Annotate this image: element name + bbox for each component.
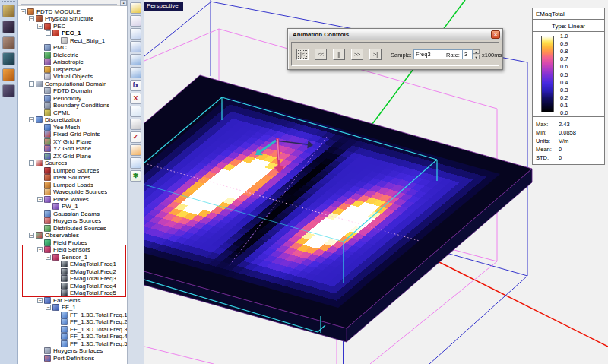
validate-check-icon[interactable]: ✓ bbox=[130, 131, 141, 143]
viewport-tab[interactable]: Perspective bbox=[144, 2, 183, 11]
tree-item-emagtotal-freq5[interactable]: EMagTotal.Freq5 bbox=[18, 290, 128, 297]
tree-item-huygens-sources[interactable]: Huygens Sources bbox=[18, 217, 128, 225]
fx-icon[interactable]: fx bbox=[130, 80, 141, 91]
tree-item-emagtotal-freq3[interactable]: EMagTotal.Freq3 bbox=[18, 275, 128, 283]
tree-item-yz-grid-plane[interactable]: YZ Grid Plane bbox=[18, 145, 128, 153]
tree-item-ff-1[interactable]: −FF_1 bbox=[18, 304, 128, 312]
expand-collapse-icon[interactable]: − bbox=[29, 117, 34, 122]
expand-collapse-icon[interactable]: − bbox=[37, 24, 43, 29]
tree-item-sources[interactable]: −Sources bbox=[18, 160, 128, 167]
tree-item-ff-1-3d-total-freq-1[interactable]: FF_1.3D.Total.Freq.1 bbox=[18, 311, 128, 318]
animation-controls-dialog[interactable]: Animation Controls × |<<<||>>>|Sample:Fr… bbox=[287, 28, 503, 70]
tree-item-dispersive[interactable]: Dispersive bbox=[18, 65, 128, 73]
expand-collapse-icon[interactable]: − bbox=[37, 298, 43, 303]
3d-viewport[interactable]: Perspective Animation Controls × |<<<||>… bbox=[144, 0, 608, 364]
tree-item-ff-1-3d-total-freq-4[interactable]: FF_1.3D.Total.Freq.4 bbox=[18, 333, 128, 340]
tree-item-boundary-conditions[interactable]: Boundary Conditions bbox=[18, 102, 128, 109]
expand-collapse-icon[interactable]: − bbox=[21, 9, 26, 14]
sample-input[interactable]: Freq3 bbox=[413, 49, 470, 59]
tree-item-periodicity[interactable]: Periodicity bbox=[18, 94, 128, 102]
tree-node-icon bbox=[44, 59, 51, 65]
tree-item-ff-1-3d-total-freq-2[interactable]: FF_1.3D.Total.Freq.2 bbox=[18, 318, 128, 326]
sheets-icon[interactable] bbox=[130, 41, 141, 52]
tree-item-observables[interactable]: −Observables bbox=[18, 232, 128, 239]
expand-collapse-icon[interactable]: − bbox=[46, 305, 51, 310]
tools-icon[interactable] bbox=[130, 119, 141, 130]
tree-item-discretization[interactable]: −Discretization bbox=[18, 116, 128, 124]
expand-collapse-icon[interactable]: − bbox=[46, 255, 51, 260]
chart-icon[interactable] bbox=[130, 106, 141, 117]
grid-table-icon[interactable] bbox=[130, 54, 141, 65]
tree-item-cpml[interactable]: CPML bbox=[18, 109, 128, 116]
expand-collapse-icon[interactable]: − bbox=[29, 160, 34, 166]
rate-input[interactable]: 3 bbox=[462, 49, 473, 59]
rate-spin-up-icon[interactable]: ▲ bbox=[473, 49, 480, 54]
tree-item-port-definitions[interactable]: Port Definitions bbox=[18, 354, 128, 362]
go-first-button[interactable]: |< bbox=[296, 49, 309, 60]
tree-item-dielectric[interactable]: Dielectric bbox=[18, 51, 128, 59]
tree-item-distributed-sources[interactable]: Distributed Sources bbox=[18, 224, 128, 232]
expand-collapse-icon[interactable]: − bbox=[46, 30, 51, 36]
expand-collapse-icon[interactable]: − bbox=[37, 247, 43, 252]
tree-item-rect-strip-1[interactable]: Rect_Strip_1 bbox=[18, 36, 128, 44]
tree-grip[interactable] bbox=[21, 2, 117, 5]
close-icon[interactable]: × bbox=[491, 30, 500, 39]
tree-item-anisotropic[interactable]: Anisotropic bbox=[18, 59, 128, 66]
tree-item-virtual-objects[interactable]: Virtual Objects bbox=[18, 73, 128, 81]
rate-spin-down-icon[interactable]: ▼ bbox=[473, 55, 480, 59]
clear-x-icon[interactable]: X bbox=[130, 93, 141, 104]
notebook-icon[interactable] bbox=[130, 157, 141, 169]
ruler-icon[interactable] bbox=[130, 2, 141, 14]
tree-item-far-fields[interactable]: −Far Fields bbox=[18, 296, 128, 304]
tree-item-pec-1[interactable]: −PEC_1 bbox=[18, 30, 128, 37]
tree-item-xy-grid-plane[interactable]: XY Grid Plane bbox=[18, 138, 128, 145]
nodes-icon[interactable] bbox=[130, 15, 141, 27]
expand-collapse-icon[interactable]: − bbox=[29, 81, 34, 87]
pause-button[interactable]: || bbox=[333, 49, 345, 60]
tree-item-lumped-sources[interactable]: Lumped Sources bbox=[18, 166, 128, 174]
tree-item-plane-waves[interactable]: −Plane Waves bbox=[18, 195, 128, 203]
tree-item-zx-grid-plane[interactable]: ZX Grid Plane bbox=[18, 152, 128, 160]
tree-item-gaussian-beams[interactable]: Gaussian Beams bbox=[18, 210, 128, 217]
tree-item-waveguide-sources[interactable]: Waveguide Sources bbox=[18, 188, 128, 196]
results-icon[interactable] bbox=[2, 68, 15, 81]
library-icon[interactable] bbox=[2, 36, 15, 49]
paint-icon[interactable] bbox=[130, 144, 141, 156]
step-forward-button[interactable]: >> bbox=[351, 49, 363, 60]
tree-item-computational-domain[interactable]: −Computational Domain bbox=[18, 80, 128, 87]
expand-collapse-icon[interactable]: − bbox=[29, 233, 34, 238]
tree-item-ff-1-3d-total-freq-5[interactable]: FF_1.3D.Total.Freq.5 bbox=[18, 340, 128, 347]
dialog-titlebar[interactable]: Animation Controls bbox=[289, 30, 502, 40]
tree-item-fixed-grid-points[interactable]: Fixed Grid Points bbox=[18, 131, 128, 138]
step-back-button[interactable]: << bbox=[315, 49, 327, 60]
tree-item-emagtotal-freq4[interactable]: EMagTotal.Freq4 bbox=[18, 282, 128, 290]
tree-item-fdtd-module[interactable]: −FDTD MODULE bbox=[18, 8, 128, 15]
layers-icon[interactable] bbox=[130, 28, 141, 40]
tree-collapse-button[interactable]: ▪ bbox=[120, 0, 127, 6]
tree-item-pw-1[interactable]: PW_1 bbox=[18, 203, 128, 210]
tree-item-fdtd-domain[interactable]: FDTD Domain bbox=[18, 87, 128, 95]
tree-item-emagtotal-freq1[interactable]: EMagTotal.Freq1 bbox=[18, 261, 128, 268]
tree-item-physical-structure[interactable]: −Physical Structure bbox=[18, 15, 128, 23]
tree-item-pmc[interactable]: PMC bbox=[18, 44, 128, 52]
run-burst-icon[interactable]: ✱ bbox=[130, 170, 141, 182]
tree-item-sensor-1[interactable]: −Sensor_1 bbox=[18, 253, 128, 261]
tree-item-field-probes[interactable]: Field Probes bbox=[18, 239, 128, 246]
tree-item-pec[interactable]: −PEC bbox=[18, 22, 128, 30]
tree-item-emagtotal-freq2[interactable]: EMagTotal.Freq2 bbox=[18, 267, 128, 275]
tree-item-yee-mesh[interactable]: Yee Mesh bbox=[18, 123, 128, 131]
toolbar-grip[interactable] bbox=[2, 1, 15, 3]
tree-item-ideal-sources[interactable]: Ideal Sources bbox=[18, 174, 128, 182]
tree-item-field-sensors[interactable]: −Field Sensors bbox=[18, 246, 128, 254]
materials-icon[interactable] bbox=[2, 21, 15, 33]
grid-table2-icon[interactable] bbox=[130, 67, 141, 78]
simulation-icon[interactable] bbox=[2, 52, 15, 65]
expand-collapse-icon[interactable]: − bbox=[37, 197, 43, 202]
components-icon[interactable] bbox=[2, 84, 15, 97]
expand-collapse-icon[interactable]: − bbox=[29, 16, 34, 21]
tree-item-lumped-loads[interactable]: Lumped Loads bbox=[18, 181, 128, 188]
tree-item-huygens-surfaces[interactable]: Huygens Surfaces bbox=[18, 347, 128, 355]
project-icon[interactable] bbox=[2, 5, 15, 17]
go-last-button[interactable]: >| bbox=[369, 49, 382, 60]
tree-item-ff-1-3d-total-freq-3[interactable]: FF_1.3D.Total.Freq.3 bbox=[18, 325, 128, 333]
